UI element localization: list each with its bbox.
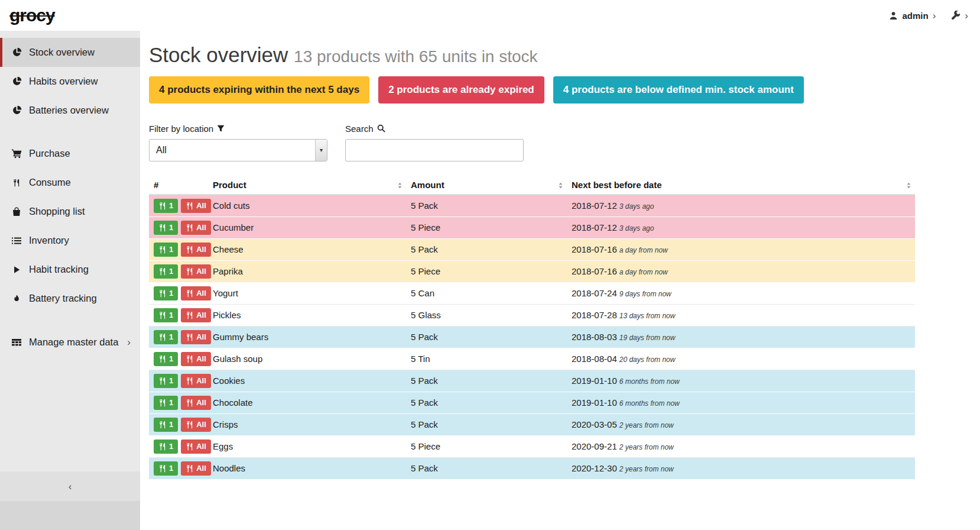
date-value: 2018-08-03: [572, 332, 617, 342]
sort-icon[interactable]: [396, 182, 404, 189]
consume-all-button[interactable]: All: [181, 264, 211, 279]
consume-all-button[interactable]: All: [181, 374, 211, 388]
sidebar: Stock overviewHabits overviewBatteries o…: [0, 31, 140, 530]
utensils-icon: [158, 399, 167, 407]
column-header-date[interactable]: Next best before date: [567, 177, 915, 195]
consume-all-button[interactable]: All: [181, 461, 211, 476]
consume-all-label: All: [196, 421, 206, 428]
date-value: 2020-03-05: [572, 419, 617, 429]
date-value: 2018-07-28: [572, 310, 617, 320]
consume-one-button[interactable]: 1: [154, 308, 178, 322]
sidebar-item-label: Stock overview: [29, 47, 95, 58]
column-header-amount[interactable]: Amount: [406, 177, 567, 195]
wrench-icon: [951, 11, 960, 20]
pie-chart-icon: [11, 76, 22, 86]
search-input[interactable]: [345, 139, 524, 161]
alert-expired[interactable]: 2 products are already expired: [378, 76, 544, 104]
consume-one-button[interactable]: 1: [154, 221, 178, 235]
utensils-icon: [158, 355, 167, 363]
consume-all-button[interactable]: All: [181, 243, 211, 257]
utensils-icon: [186, 245, 194, 254]
consume-all-button[interactable]: All: [181, 396, 211, 410]
consume-one-button[interactable]: 1: [154, 243, 178, 257]
best-before-date: 2018-07-16a day from now: [567, 260, 915, 282]
alert-expiring[interactable]: 4 products expiring within the next 5 da…: [149, 76, 369, 104]
consume-all-button[interactable]: All: [181, 199, 211, 213]
date-relative: 9 days from now: [619, 290, 671, 298]
actions-cell: 1All: [149, 304, 208, 326]
actions-cell: 1All: [149, 348, 208, 370]
sidebar-nav: Stock overviewHabits overviewBatteries o…: [0, 31, 140, 471]
stock-table: #ProductAmountNext best before date 1All…: [149, 177, 915, 480]
utensils-icon: [186, 421, 194, 429]
consume-all-button[interactable]: All: [181, 439, 211, 454]
location-filter-select[interactable]: All ▾: [149, 139, 327, 161]
search-label: Search: [345, 124, 524, 134]
product-name: Cold cuts: [208, 195, 406, 217]
utensils-icon: [186, 355, 194, 363]
filter-row: Filter by location All ▾ Search: [149, 124, 980, 161]
consume-all-button[interactable]: All: [181, 308, 211, 322]
sort-icon[interactable]: [905, 182, 913, 189]
settings-menu[interactable]: ›: [951, 11, 968, 21]
chevron-right-icon: ›: [933, 11, 936, 21]
consume-one-label: 1: [169, 202, 173, 209]
sidebar-item-shopping-list[interactable]: Shopping list: [0, 197, 140, 226]
product-name: Eggs: [208, 435, 406, 457]
alert-below-min-stock[interactable]: 4 products are below defined min. stock …: [553, 76, 804, 104]
amount: 5 Piece: [406, 260, 567, 282]
date-value: 2020-12-30: [572, 463, 617, 473]
consume-one-label: 1: [169, 245, 173, 253]
utensils-icon: [11, 179, 22, 187]
consume-one-button[interactable]: 1: [154, 264, 178, 279]
product-name: Yogurt: [208, 282, 406, 304]
consume-all-button[interactable]: All: [181, 418, 211, 432]
consume-all-label: All: [196, 442, 206, 450]
consume-all-button[interactable]: All: [181, 352, 211, 366]
sidebar-collapse-button[interactable]: ‹: [0, 471, 140, 501]
main-content: Stock overview 13 products with 65 units…: [140, 31, 980, 530]
search-label-text: Search: [345, 124, 374, 134]
consume-all-button[interactable]: All: [181, 330, 211, 344]
sidebar-item-inventory[interactable]: Inventory: [0, 226, 140, 255]
consume-one-label: 1: [169, 333, 173, 341]
sidebar-item-purchase[interactable]: Purchase: [0, 139, 140, 168]
sort-icon[interactable]: [557, 182, 564, 189]
consume-one-button[interactable]: 1: [154, 374, 178, 388]
best-before-date: 2019-01-106 months from now: [567, 392, 915, 413]
consume-all-button[interactable]: All: [181, 221, 211, 235]
sidebar-item-habits-overview[interactable]: Habits overview: [0, 67, 140, 96]
consume-one-button[interactable]: 1: [154, 352, 178, 366]
product-name: Cheese: [208, 238, 406, 260]
sidebar-item-batteries-overview[interactable]: Batteries overview: [0, 96, 140, 125]
date-value: 2019-01-10: [572, 397, 617, 408]
sidebar-item-consume[interactable]: Consume: [0, 168, 140, 197]
sidebar-item-habit-tracking[interactable]: Habit tracking: [0, 255, 140, 284]
sidebar-item-battery-tracking[interactable]: Battery tracking: [0, 284, 140, 313]
utensils-icon: [186, 377, 194, 385]
column-header-product[interactable]: Product: [208, 177, 406, 195]
consume-one-button[interactable]: 1: [154, 418, 178, 432]
sidebar-item-manage-master-data[interactable]: Manage master data›: [0, 327, 140, 357]
product-name: Cookies: [208, 370, 406, 392]
consume-one-button[interactable]: 1: [154, 199, 178, 213]
consume-one-button[interactable]: 1: [154, 396, 178, 410]
consume-all-label: All: [196, 464, 206, 472]
consume-all-button[interactable]: All: [181, 286, 211, 300]
app-logo[interactable]: grocy: [9, 5, 55, 25]
play-icon: [11, 266, 22, 274]
actions-cell: 1All: [149, 282, 208, 304]
consume-one-button[interactable]: 1: [154, 439, 178, 454]
best-before-date: 2018-07-16a day from now: [567, 238, 915, 260]
consume-one-button[interactable]: 1: [154, 330, 178, 344]
amount: 5 Pack: [406, 392, 567, 413]
user-menu[interactable]: admin ›: [889, 11, 936, 21]
sidebar-item-stock-overview[interactable]: Stock overview: [0, 38, 140, 67]
consume-all-label: All: [196, 202, 206, 209]
actions-cell: 1All: [149, 195, 208, 217]
product-name: Paprika: [208, 260, 406, 282]
table-row: 1AllNoodles5 Pack2020-12-302 years from …: [149, 457, 915, 479]
date-value: 2019-01-10: [572, 376, 617, 386]
consume-one-button[interactable]: 1: [154, 286, 178, 300]
consume-one-button[interactable]: 1: [154, 461, 178, 476]
